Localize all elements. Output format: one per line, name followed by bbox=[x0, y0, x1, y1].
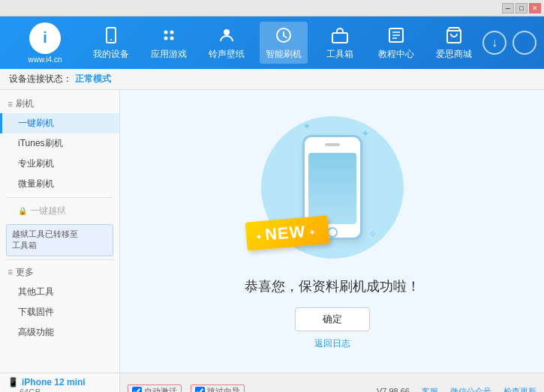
wallpaper-icon bbox=[216, 25, 237, 46]
user-button[interactable]: 👤 bbox=[512, 31, 536, 55]
nav-bar: 我的设备 应用游戏 铃声壁纸 智能刷机 工具箱 bbox=[83, 22, 482, 64]
nav-mall-label: 爱思商城 bbox=[436, 48, 472, 61]
device-phone-icon: 📱 bbox=[8, 377, 19, 388]
nav-toolbox[interactable]: 工具箱 bbox=[317, 22, 362, 64]
mall-icon bbox=[443, 25, 464, 46]
sidebar-item-one-click-flash[interactable]: 一键刷机 bbox=[0, 113, 119, 133]
status-label: 设备连接状态： bbox=[9, 73, 72, 85]
svg-point-6 bbox=[224, 29, 230, 35]
content-area: ✦ ✦ ✧ NEW 恭喜您，保资料刷机成功啦！ 确定 返回日志 bbox=[120, 90, 544, 373]
sidebar-divider-1 bbox=[6, 197, 113, 198]
apps-icon bbox=[158, 25, 179, 46]
wechat-link[interactable]: 微信公众号 bbox=[450, 386, 491, 393]
version-text: V7.98.66 bbox=[377, 387, 410, 392]
download-button[interactable]: ↓ bbox=[482, 31, 506, 55]
nav-tutorials[interactable]: 教程中心 bbox=[372, 22, 420, 64]
nav-my-device-label: 我的设备 bbox=[93, 48, 129, 61]
nav-toolbox-label: 工具箱 bbox=[326, 48, 353, 61]
bottom-device-section: 📱 iPhone 12 mini 64GB Down-12mini-13,1 bbox=[0, 373, 120, 392]
nav-smart-flash-label: 智能刷机 bbox=[266, 48, 302, 61]
status-value: 正常模式 bbox=[75, 73, 111, 85]
sparkle-3: ✧ bbox=[368, 228, 377, 240]
svg-point-3 bbox=[170, 31, 174, 34]
sidebar: ≡ 刷机 一键刷机 iTunes刷机 专业刷机 微量刷机 🔒 一键越狱 越狱工具… bbox=[0, 90, 120, 373]
confirm-button[interactable]: 确定 bbox=[295, 307, 370, 331]
toolbox-icon bbox=[329, 25, 350, 46]
logo-area: i www.i4.cn bbox=[8, 22, 83, 64]
svg-point-4 bbox=[164, 37, 168, 40]
flash-section-icon: ≡ bbox=[8, 99, 13, 109]
smart-flash-icon bbox=[273, 25, 294, 46]
logo-icon: i bbox=[29, 22, 61, 54]
skip-wizard-label: 跳过向导 bbox=[207, 386, 240, 393]
skip-wizard-checkbox-group[interactable]: 跳过向导 bbox=[191, 385, 245, 393]
bottom-device-storage: 64GB bbox=[8, 388, 112, 392]
sidebar-item-save-flash[interactable]: 微量刷机 bbox=[0, 174, 119, 194]
auto-connect-checkbox-group[interactable]: 自动激活 bbox=[128, 385, 182, 393]
nav-wallpaper[interactable]: 铃声壁纸 bbox=[203, 22, 251, 64]
svg-point-2 bbox=[164, 31, 168, 34]
sidebar-item-download-firmware[interactable]: 下载固件 bbox=[0, 302, 119, 322]
jailbreak-notice: 越狱工具已转移至工具箱 bbox=[6, 224, 113, 256]
jailbreak-section-label: 一键越狱 bbox=[30, 205, 66, 217]
maximize-button[interactable]: □ bbox=[515, 3, 527, 13]
bottom-combined: 📱 iPhone 12 mini 64GB Down-12mini-13,1 自… bbox=[0, 373, 544, 392]
nav-apps-label: 应用游戏 bbox=[151, 48, 187, 61]
checkbox-row: 自动激活 跳过向导 bbox=[128, 385, 245, 393]
sidebar-item-other-tools[interactable]: 其他工具 bbox=[0, 282, 119, 302]
sidebar-item-pro-flash[interactable]: 专业刷机 bbox=[0, 154, 119, 174]
sidebar-item-itunes-flash[interactable]: iTunes刷机 bbox=[0, 133, 119, 154]
svg-point-1 bbox=[110, 39, 112, 40]
bottom-device-name: 📱 iPhone 12 mini bbox=[8, 377, 112, 388]
sidebar-section-flash: ≡ 刷机 bbox=[0, 94, 119, 113]
phone-icon bbox=[101, 25, 122, 46]
flash-section-label: 刷机 bbox=[16, 97, 34, 110]
skip-wizard-checkbox[interactable] bbox=[195, 387, 205, 393]
logo-text: www.i4.cn bbox=[28, 55, 62, 64]
nav-my-device[interactable]: 我的设备 bbox=[87, 22, 135, 64]
nav-wallpaper-label: 铃声壁纸 bbox=[209, 48, 245, 61]
auto-connect-checkbox[interactable] bbox=[132, 387, 142, 393]
phone-illustration: ✦ ✦ ✧ NEW bbox=[257, 112, 407, 262]
sidebar-divider-2 bbox=[6, 259, 113, 260]
main-layout: ≡ 刷机 一键刷机 iTunes刷机 专业刷机 微量刷机 🔒 一键越狱 越狱工具… bbox=[0, 90, 544, 373]
status-bar: 设备连接状态： 正常模式 bbox=[0, 69, 544, 90]
svg-rect-7 bbox=[332, 33, 347, 43]
auto-connect-label: 自动激活 bbox=[144, 386, 177, 393]
phone-screen bbox=[308, 153, 356, 224]
back-link[interactable]: 返回日志 bbox=[314, 337, 350, 350]
sidebar-section-jailbreak: 🔒 一键越狱 bbox=[0, 201, 119, 221]
nav-right-actions: ↓ 👤 bbox=[482, 31, 536, 55]
customer-service-link[interactable]: 客服 bbox=[422, 386, 438, 393]
check-update-link[interactable]: 检查更新 bbox=[503, 386, 536, 393]
sidebar-item-advanced[interactable]: 高级功能 bbox=[0, 322, 119, 343]
title-bar: ─ □ ✕ bbox=[0, 0, 544, 16]
header: i www.i4.cn 我的设备 应用游戏 铃声壁纸 bbox=[0, 16, 544, 69]
more-section-icon: ≡ bbox=[8, 267, 13, 277]
bottom-right-info: V7.98.66 客服 微信公众号 检查更新 bbox=[377, 386, 536, 393]
sparkle-2: ✦ bbox=[361, 127, 370, 139]
tutorials-icon bbox=[386, 25, 407, 46]
bottom-status-area: 自动激活 跳过向导 V7.98.66 客服 微信公众号 检查更新 bbox=[120, 373, 544, 392]
sparkle-1: ✦ bbox=[302, 120, 311, 132]
sidebar-section-more: ≡ 更多 bbox=[0, 263, 119, 282]
svg-point-5 bbox=[170, 37, 174, 40]
lock-icon: 🔒 bbox=[18, 207, 27, 215]
nav-mall[interactable]: 爱思商城 bbox=[430, 22, 478, 64]
nav-tutorials-label: 教程中心 bbox=[378, 48, 414, 61]
nav-smart-flash[interactable]: 智能刷机 bbox=[260, 22, 308, 64]
success-text: 恭喜您，保资料刷机成功啦！ bbox=[245, 277, 420, 295]
jailbreak-notice-text: 越狱工具已转移至工具箱 bbox=[12, 229, 78, 250]
minimize-button[interactable]: ─ bbox=[502, 3, 514, 13]
more-section-label: 更多 bbox=[16, 266, 34, 279]
close-button[interactable]: ✕ bbox=[529, 3, 541, 13]
nav-apps[interactable]: 应用游戏 bbox=[145, 22, 193, 64]
